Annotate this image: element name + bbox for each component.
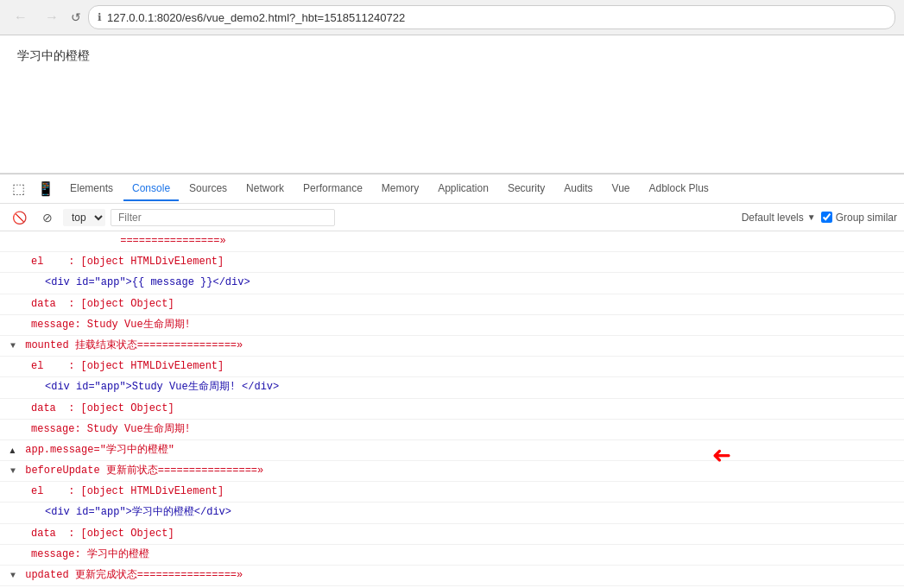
- browser-chrome: ← → ↺ ℹ 127.0.0.1:8020/es6/vue_demo2.htm…: [0, 0, 904, 35]
- context-select[interactable]: top: [63, 209, 105, 226]
- page-title: 学习中的橙橙: [17, 48, 887, 64]
- list-item: message: 学习中的橙橙: [0, 545, 904, 566]
- filter-input[interactable]: [111, 209, 335, 226]
- list-item: ▼ beforeUpdate 更新前状态================»: [0, 461, 904, 482]
- list-item: ▶ app.message="学习中的橙橙" ➜: [0, 440, 904, 461]
- list-item: data : [object Object]: [0, 294, 904, 315]
- expand-icon[interactable]: ▼: [10, 465, 16, 478]
- list-item: <div id="app">学习中的橙橙</div>: [0, 503, 904, 523]
- tab-vue[interactable]: Vue: [604, 177, 639, 201]
- tab-sources[interactable]: Sources: [180, 177, 236, 201]
- tab-console[interactable]: Console: [123, 177, 179, 201]
- tab-application[interactable]: Application: [429, 177, 497, 201]
- inspect-element-button[interactable]: ⬚: [7, 177, 30, 200]
- tab-memory[interactable]: Memory: [373, 177, 427, 201]
- back-button[interactable]: ←: [9, 8, 33, 27]
- group-similar-checkbox[interactable]: [821, 212, 832, 223]
- reload-button[interactable]: ↺: [71, 10, 81, 24]
- default-levels-label: Default levels: [742, 212, 804, 224]
- list-item: message: Study Vue生命周期!: [0, 315, 904, 336]
- default-levels-arrow-icon: ▼: [807, 212, 816, 222]
- list-item: ================»: [0, 231, 904, 252]
- default-levels-dropdown[interactable]: Default levels ▼: [742, 212, 816, 224]
- expand-icon[interactable]: ▼: [10, 339, 16, 353]
- list-item: message: Study Vue生命周期!: [0, 420, 904, 440]
- list-item: <div id="app">Study Vue生命周期! </div>: [0, 377, 904, 398]
- tab-audits[interactable]: Audits: [555, 177, 601, 201]
- devtools-panel: ⬚ 📱 Elements Console Sources Network Per…: [0, 174, 904, 588]
- red-arrow-icon: ➜: [712, 433, 731, 484]
- forward-button[interactable]: →: [40, 8, 64, 27]
- list-item: <div id="app">{{ message }}</div>: [0, 273, 904, 294]
- group-similar-label: Group similar: [836, 212, 897, 224]
- list-item: el : [object HTMLDivElement]: [0, 357, 904, 377]
- list-item: ▼ updated 更新完成状态================»: [0, 566, 904, 586]
- lock-icon: ℹ: [98, 11, 102, 23]
- expand-icon[interactable]: ▼: [10, 569, 16, 583]
- tab-network[interactable]: Network: [237, 177, 293, 201]
- list-item: el : [object HTMLDivElement]: [0, 252, 904, 273]
- page-content: 学习中的橙橙: [0, 35, 904, 174]
- url-text: 127.0.0.1:8020/es6/vue_demo2.html?_hbt=1…: [107, 11, 886, 24]
- tab-adblock[interactable]: Adblock Plus: [641, 177, 718, 201]
- nav-bar: ← → ↺ ℹ 127.0.0.1:8020/es6/vue_demo2.htm…: [0, 0, 904, 35]
- console-settings-button[interactable]: ⊘: [37, 207, 58, 228]
- list-item: data : [object Object]: [0, 399, 904, 420]
- tab-elements[interactable]: Elements: [61, 177, 122, 201]
- device-toolbar-button[interactable]: 📱: [32, 177, 60, 200]
- group-similar-container: Group similar: [821, 212, 897, 224]
- list-item: ▼ mounted 挂载结束状态================»: [0, 336, 904, 357]
- expand-icon[interactable]: ▶: [6, 448, 20, 453]
- tab-security[interactable]: Security: [499, 177, 553, 201]
- devtools-tabs: ⬚ 📱 Elements Console Sources Network Per…: [0, 174, 904, 204]
- console-output: ================» el : [object HTMLDivEl…: [0, 231, 904, 588]
- devtools-filter-bar: 🚫 ⊘ top Default levels ▼ Group similar: [0, 204, 904, 231]
- address-bar[interactable]: ℹ 127.0.0.1:8020/es6/vue_demo2.html?_hbt…: [88, 5, 895, 29]
- list-item: data : [object Object]: [0, 524, 904, 545]
- tab-performance[interactable]: Performance: [294, 177, 371, 201]
- clear-console-button[interactable]: 🚫: [7, 207, 32, 228]
- list-item: el : [object HTMLDivElement]: [0, 482, 904, 503]
